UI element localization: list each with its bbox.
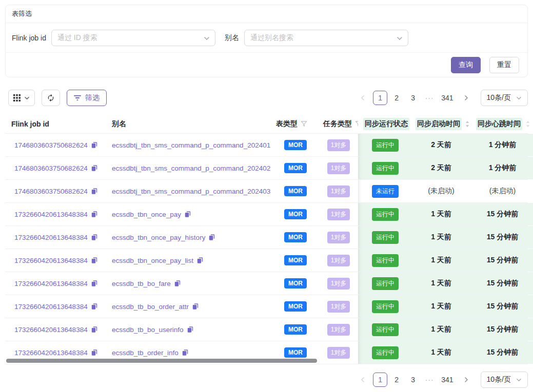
- table-type-tag: MOR: [284, 347, 307, 358]
- copy-icon[interactable]: [91, 211, 98, 218]
- toolbar-left: 筛选: [5, 90, 107, 106]
- alias-link[interactable]: ecssdb_tbn_once_pay_history: [112, 234, 205, 241]
- column-settings-button[interactable]: [8, 90, 35, 106]
- status-badge: 运行中: [372, 346, 399, 359]
- page-numbers: 123···341: [372, 91, 457, 105]
- copy-icon[interactable]: [91, 349, 98, 356]
- start-time-cell: 2 天前: [410, 134, 472, 156]
- prev-page-button[interactable]: [356, 373, 370, 387]
- task-type-tag: 1对多: [327, 209, 350, 220]
- task-type-tag: 1对多: [327, 232, 350, 243]
- alias-link[interactable]: ecssdbtj_tbn_sms_command_p_command_20240…: [112, 188, 270, 195]
- prev-page-button[interactable]: [356, 91, 370, 105]
- horizontal-scrollbar-thumb[interactable]: [6, 359, 317, 363]
- copy-icon[interactable]: [208, 234, 215, 241]
- alias-link[interactable]: ecssdb_tb_bo_fare: [112, 280, 171, 287]
- alias-link[interactable]: ecssdb_tb_order_info: [112, 349, 179, 357]
- table-type-tag: MOR: [284, 232, 307, 242]
- table-row: 1746803603750682624 ecssdbtj_tbn_sms_com…: [5, 180, 528, 203]
- job-id-link[interactable]: 1732660420613648384: [14, 234, 88, 241]
- alias-link[interactable]: ecssdbtj_tbn_sms_command_p_command_20240…: [112, 141, 270, 149]
- alias-link[interactable]: ecssdbtj_tbn_sms_command_p_command_20240…: [112, 164, 270, 172]
- status-badge: 运行中: [372, 208, 399, 221]
- table-row: 1746803603750682624 ecssdbtj_tbn_sms_com…: [5, 157, 528, 180]
- copy-icon[interactable]: [192, 303, 199, 310]
- page-numbers: 123···341: [372, 373, 457, 387]
- start-time-cell: 1 天前: [410, 226, 472, 249]
- sorter-icon[interactable]: [525, 120, 530, 128]
- start-time-cell: (未启动): [410, 180, 472, 202]
- table-body: 1746803603750682624 ecssdbtj_tbn_sms_com…: [5, 134, 528, 364]
- status-badge: 运行中: [372, 323, 399, 336]
- alias-field: 别名 通过别名搜索: [225, 30, 408, 46]
- page-button-3[interactable]: 3: [406, 373, 420, 387]
- alias-link[interactable]: ecssdb_tb_bo_order_attr: [112, 303, 189, 311]
- page-button-2[interactable]: 2: [389, 91, 404, 105]
- page-size-label: 10条/页: [487, 93, 511, 102]
- job-id-link[interactable]: 1732660420613648384: [14, 326, 88, 334]
- table-row: 1732660420613648384 ecssdb_tb_bo_fare MO…: [5, 272, 528, 295]
- chevron-down-icon: [516, 377, 522, 383]
- page-button-1[interactable]: 1: [373, 91, 387, 105]
- copy-icon[interactable]: [91, 141, 98, 149]
- table-toolbar: 筛选 123···341 10条/页: [5, 90, 528, 106]
- copy-icon[interactable]: [91, 280, 98, 287]
- copy-icon[interactable]: [91, 303, 98, 310]
- filter-button[interactable]: 筛选: [67, 90, 107, 106]
- page-button-1[interactable]: 1: [373, 373, 387, 387]
- flink-job-id-field: Flink job id 通过 ID 搜索: [12, 30, 215, 46]
- alias-link[interactable]: ecssdb_tbn_once_pay: [112, 211, 181, 218]
- alias-link[interactable]: ecssdb_tbn_once_pay_list: [112, 257, 193, 264]
- copy-icon[interactable]: [182, 349, 189, 356]
- col-alias: 别名: [108, 114, 272, 133]
- page-button-2[interactable]: 2: [389, 373, 404, 387]
- filter-funnel-icon[interactable]: [301, 120, 307, 127]
- page-ellipsis[interactable]: ···: [422, 376, 437, 384]
- alias-label: 别名: [225, 33, 239, 43]
- copy-icon[interactable]: [184, 211, 191, 218]
- alias-link[interactable]: ecssdb_tb_bo_userinfo: [112, 326, 184, 334]
- copy-icon[interactable]: [91, 257, 98, 264]
- page-ellipsis[interactable]: ···: [422, 94, 437, 102]
- copy-icon[interactable]: [91, 164, 98, 172]
- job-id-link[interactable]: 1732660420613648384: [14, 257, 88, 264]
- heartbeat-time-cell: 15 分钟前: [472, 272, 533, 295]
- job-id-link[interactable]: 1746803603750682624: [14, 141, 88, 149]
- page-button-341[interactable]: 341: [439, 91, 456, 105]
- table-row: 1732660420613648384 ecssdb_tb_bo_userinf…: [5, 318, 528, 341]
- job-id-link[interactable]: 1746803603750682624: [14, 188, 88, 195]
- reset-button[interactable]: 重置: [489, 57, 519, 73]
- copy-icon[interactable]: [174, 280, 181, 287]
- refresh-button[interactable]: [42, 90, 60, 106]
- alias-placeholder: 通过别名搜索: [250, 33, 293, 43]
- copy-icon[interactable]: [91, 188, 98, 195]
- copy-icon[interactable]: [196, 257, 204, 264]
- status-badge: 运行中: [372, 231, 399, 244]
- job-id-link[interactable]: 1732660420613648384: [14, 211, 88, 218]
- next-page-button[interactable]: [459, 373, 473, 387]
- filter-card-body: Flink job id 通过 ID 搜索 别名 通过别名搜索: [6, 23, 527, 52]
- page-size-select[interactable]: 10条/页: [481, 90, 528, 106]
- copy-icon[interactable]: [91, 234, 98, 241]
- flink-job-id-select[interactable]: 通过 ID 搜索: [51, 30, 215, 46]
- page-size-select[interactable]: 10条/页: [481, 372, 528, 388]
- pagination-bottom: 123···341 10条/页: [356, 372, 528, 388]
- job-id-link[interactable]: 1732660420613648384: [14, 349, 88, 357]
- col-task-type: 任务类型: [319, 114, 358, 133]
- col-sync-run-status: 同步运行状态: [358, 114, 410, 133]
- table-type-tag: MOR: [284, 209, 307, 219]
- job-id-link[interactable]: 1732660420613648384: [14, 280, 88, 287]
- table-type-tag: MOR: [284, 186, 307, 196]
- copy-icon[interactable]: [91, 326, 98, 333]
- page-button-341[interactable]: 341: [439, 373, 456, 387]
- sorter-icon[interactable]: [465, 120, 470, 128]
- alias-select[interactable]: 通过别名搜索: [244, 30, 408, 46]
- page-button-3[interactable]: 3: [406, 91, 420, 105]
- job-id-link[interactable]: 1746803603750682624: [14, 164, 88, 172]
- table-type-tag: MOR: [284, 255, 307, 265]
- job-id-link[interactable]: 1732660420613648384: [14, 303, 88, 311]
- copy-icon[interactable]: [187, 326, 194, 333]
- query-button[interactable]: 查询: [451, 57, 481, 73]
- next-page-button[interactable]: [459, 91, 473, 105]
- chevron-down-icon: [397, 35, 403, 42]
